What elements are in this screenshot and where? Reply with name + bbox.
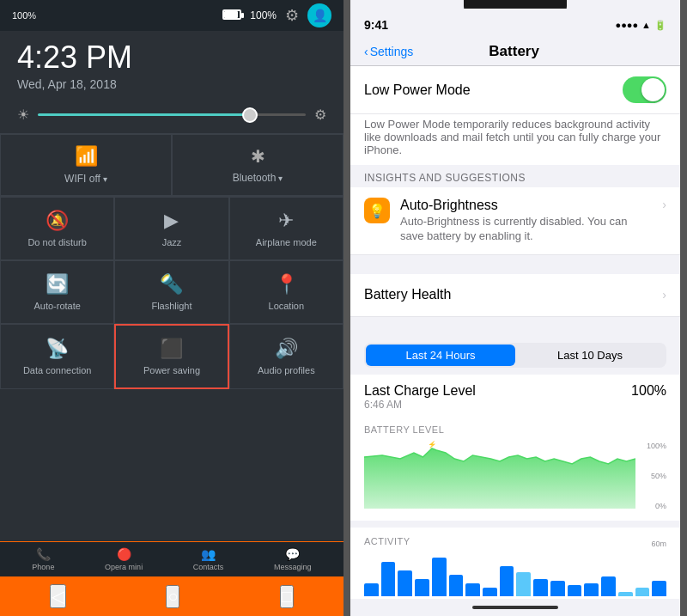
android-nav-bar: ◁ ○ □ [0, 576, 344, 616]
battery-svg: ⚡ [364, 440, 635, 509]
activity-header: ACTIVITY [364, 536, 410, 546]
bluetooth-icon: ✱ [251, 146, 265, 167]
android-time: 4:23 PM [0, 31, 344, 77]
tab-last10[interactable]: Last 10 Days [515, 345, 665, 366]
audio-profiles-item[interactable]: 🔊Audio profiles [229, 324, 344, 389]
bluetooth-label: Bluetooth ▾ [233, 172, 283, 184]
airplane-item[interactable]: ✈Airplane mode [229, 197, 344, 260]
airplane-label: Airplane mode [256, 237, 317, 247]
toggle-thumb [641, 78, 665, 101]
section-gap-2 [350, 317, 680, 336]
gear-icon[interactable]: ⚙ [285, 6, 299, 25]
activity-bar-14 [601, 576, 616, 596]
power-saving-item[interactable]: ⬛Power saving [114, 324, 228, 389]
do-not-disturb-item[interactable]: 🔕Do not disturb [0, 197, 114, 260]
auto-brightness-content: Auto-Brightness Auto-Brightness is curre… [400, 198, 652, 244]
activity-bar-15 [618, 592, 633, 596]
signal-icon: ●●●● [616, 20, 639, 30]
activity-chart-section: ACTIVITY 60m [350, 528, 680, 599]
activity-bar-8 [500, 566, 514, 596]
activity-bar-5 [449, 575, 464, 596]
wifi-arrow: ▾ [103, 174, 107, 184]
insights-header: INSIGHTS AND SUGGESTIONS [350, 165, 680, 187]
activity-chart [364, 555, 666, 598]
ios-battery-icon: 🔋 [654, 20, 666, 31]
location-label: Location [269, 301, 305, 311]
flashlight-item[interactable]: 🔦Flashlight [114, 260, 228, 324]
airplane-icon: ✈ [278, 210, 294, 232]
auto-brightness-chevron: › [662, 198, 666, 211]
activity-bar-11 [550, 581, 565, 596]
power-saving-label: Power saving [143, 365, 200, 375]
brightness-max-icon: ⚙ [314, 107, 326, 123]
battery-level-axis: 100% 50% 0% [639, 440, 666, 512]
activity-bar-16 [635, 588, 650, 596]
activity-bar-4 [432, 558, 447, 596]
battery-icon-android [222, 8, 241, 23]
activity-bar-7 [483, 588, 497, 596]
android-status-bar: 100% 100% ⚙ 👤 [0, 0, 344, 31]
wifi-label: WIFI off ▾ [64, 173, 107, 185]
power-saving-icon: ⬛ [160, 338, 183, 360]
battery-percent: 100% [12, 10, 36, 21]
android-panel: 100% 100% ⚙ 👤 4:23 PM Wed, Apr 18, 2018 … [0, 0, 344, 616]
back-chevron-icon: ‹ [364, 45, 368, 58]
ios-status-icons: ●●●● ▲ 🔋 [616, 20, 666, 31]
wifi-toggle[interactable]: 📶 WIFI off ▾ [0, 134, 172, 196]
brightness-thumb [242, 107, 258, 123]
tab-last24[interactable]: Last 24 Hours [366, 345, 515, 366]
ios-nav-bar: ‹ Settings Battery [350, 38, 680, 66]
auto-brightness-icon: 💡 [364, 198, 390, 223]
home-nav-button[interactable]: ○ [166, 585, 179, 608]
dock-messaging[interactable]: 💬 Messaging [274, 547, 312, 571]
quick-actions: 🔕Do not disturb▶Jazz✈Airplane mode🔄Auto-… [0, 196, 344, 389]
opera-label: Opera mini [105, 563, 143, 571]
dock-phone[interactable]: 📞 Phone [32, 547, 54, 571]
back-nav-button[interactable]: ◁ [50, 584, 66, 608]
jazz-icon: ▶ [164, 210, 179, 232]
level-50: 50% [639, 472, 666, 480]
android-status-time: 100% [12, 10, 36, 21]
level-0: 0% [639, 502, 666, 510]
settings-back-button[interactable]: ‹ Settings [364, 45, 413, 58]
auto-rotate-item[interactable]: 🔄Auto-rotate [0, 260, 114, 324]
back-label: Settings [370, 45, 414, 58]
activity-bar-1 [381, 562, 396, 596]
activity-bar-0 [364, 583, 379, 596]
app-dock: 📞 Phone 🔴 Opera mini 👥 Contacts 💬 Messag… [0, 541, 344, 576]
location-item[interactable]: 📍Location [229, 260, 344, 324]
low-power-row: Low Power Mode [350, 66, 680, 114]
recent-nav-button[interactable]: □ [280, 585, 294, 608]
ios-time: 9:41 [364, 18, 388, 32]
flashlight-label: Flashlight [151, 301, 192, 311]
contacts-icon: 👥 [201, 547, 216, 561]
dock-contacts[interactable]: 👥 Contacts [193, 547, 224, 571]
brightness-icon: ☀ [17, 107, 29, 123]
android-right-icons: 100% ⚙ 👤 [222, 3, 331, 27]
bluetooth-toggle[interactable]: ✱ Bluetooth ▾ [172, 134, 344, 196]
data-connection-item[interactable]: 📡Data connection [0, 324, 114, 389]
avatar[interactable]: 👤 [307, 3, 331, 27]
activity-bar-10 [533, 579, 548, 596]
battery-health-row[interactable]: Battery Health › [350, 274, 680, 317]
svg-marker-0 [364, 448, 635, 509]
dock-opera[interactable]: 🔴 Opera mini [105, 547, 143, 571]
auto-brightness-sub: Auto-Brightness is currently disabled. Y… [400, 215, 652, 244]
phone-icon: 📞 [36, 547, 51, 561]
jazz-item[interactable]: ▶Jazz [114, 197, 228, 260]
jazz-label: Jazz [162, 237, 182, 247]
low-power-toggle[interactable] [623, 76, 666, 103]
audio-profiles-icon: 🔊 [275, 338, 298, 360]
battery-health-label: Battery Health [364, 287, 662, 302]
android-date: Wed, Apr 18, 2018 [0, 77, 344, 100]
battery-percent-text: 100% [250, 9, 277, 21]
svg-text:⚡: ⚡ [428, 440, 437, 449]
battery-level-chart: BATTERY LEVEL [350, 416, 680, 521]
auto-brightness-row[interactable]: 💡 Auto-Brightness Auto-Brightness is cur… [350, 187, 680, 255]
auto-rotate-label: Auto-rotate [33, 301, 80, 311]
bluetooth-arrow: ▾ [278, 174, 283, 183]
brightness-row: ☀ ⚙ [0, 100, 344, 133]
wifi-icon: 📶 [75, 145, 98, 168]
activity-bar-6 [465, 583, 480, 596]
brightness-slider[interactable] [38, 113, 306, 116]
